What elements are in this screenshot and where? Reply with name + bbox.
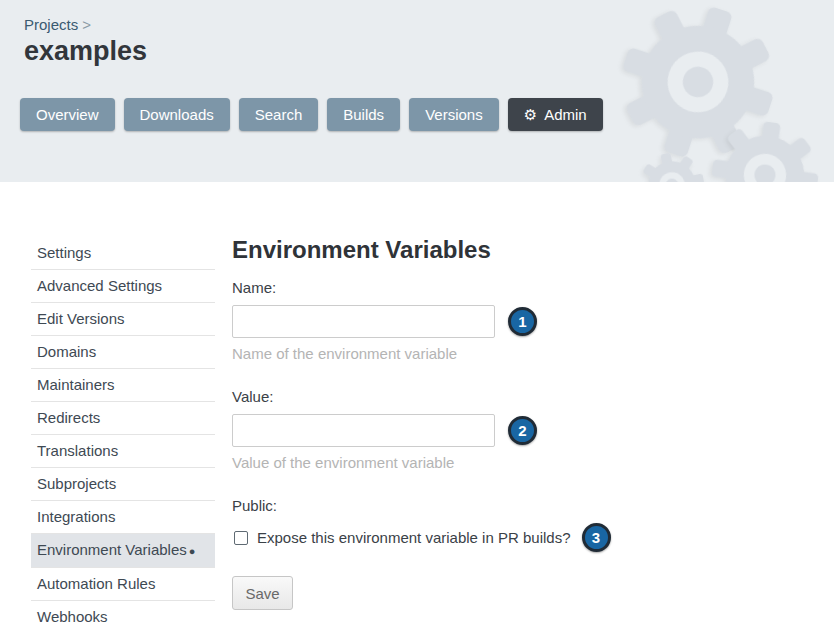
name-help-text: Name of the environment variable bbox=[232, 345, 611, 362]
env-variables-form: Environment Variables Name: 1 Name of th… bbox=[232, 237, 611, 610]
sidebar-item-translations[interactable]: Translations bbox=[31, 435, 215, 468]
tab-search[interactable]: Search bbox=[239, 98, 319, 131]
sidebar-item-integrations[interactable]: Integrations bbox=[31, 501, 215, 534]
admin-sidebar: Settings Advanced Settings Edit Versions… bbox=[31, 237, 215, 628]
breadcrumb-separator: > bbox=[82, 16, 91, 33]
public-checkbox-label: Expose this environment variable in PR b… bbox=[257, 529, 571, 546]
sidebar-item-advanced-settings[interactable]: Advanced Settings bbox=[31, 270, 215, 303]
page: Projects> examples Overview Downloads Se… bbox=[0, 0, 834, 628]
save-button[interactable]: Save bbox=[232, 576, 293, 610]
sidebar-item-domains[interactable]: Domains bbox=[31, 336, 215, 369]
project-tabs: Overview Downloads Search Builds Version… bbox=[20, 98, 603, 131]
sidebar-item-label: Subprojects bbox=[37, 475, 116, 492]
tab-downloads[interactable]: Downloads bbox=[124, 98, 230, 131]
sidebar-item-maintainers[interactable]: Maintainers bbox=[31, 369, 215, 402]
step-badge-3: 3 bbox=[582, 523, 611, 552]
page-title: examples bbox=[24, 36, 147, 67]
value-input[interactable] bbox=[232, 414, 495, 447]
gear-icon: ⚙ bbox=[524, 107, 537, 122]
sidebar-item-label: Translations bbox=[37, 442, 118, 459]
breadcrumb: Projects> bbox=[24, 16, 147, 33]
step-badge-1: 1 bbox=[508, 307, 537, 336]
sidebar-item-edit-versions[interactable]: Edit Versions bbox=[31, 303, 215, 336]
section-heading: Environment Variables bbox=[232, 237, 611, 263]
public-label: Public: bbox=[232, 497, 611, 514]
public-field: Public: Expose this environment variable… bbox=[232, 497, 611, 552]
sidebar-item-settings[interactable]: Settings bbox=[31, 237, 215, 270]
tab-admin-label: Admin bbox=[544, 106, 587, 123]
sidebar-item-label: Edit Versions bbox=[37, 310, 125, 327]
admin-content: Settings Advanced Settings Edit Versions… bbox=[0, 182, 834, 628]
name-field: Name: 1 Name of the environment variable bbox=[232, 279, 611, 362]
sidebar-item-label: Maintainers bbox=[37, 376, 115, 393]
breadcrumb-projects-link[interactable]: Projects bbox=[24, 16, 78, 33]
tab-builds[interactable]: Builds bbox=[327, 98, 400, 131]
sidebar-item-label: Advanced Settings bbox=[37, 277, 162, 294]
sidebar-item-label: Integrations bbox=[37, 508, 115, 525]
sidebar-item-redirects[interactable]: Redirects bbox=[31, 402, 215, 435]
sidebar-item-automation-rules[interactable]: Automation Rules bbox=[31, 568, 215, 601]
value-label: Value: bbox=[232, 388, 611, 405]
value-help-text: Value of the environment variable bbox=[232, 454, 611, 471]
tab-admin[interactable]: ⚙ Admin bbox=[508, 98, 603, 131]
name-input[interactable] bbox=[232, 305, 495, 338]
project-header: Projects> examples Overview Downloads Se… bbox=[0, 0, 834, 182]
sidebar-item-label: Redirects bbox=[37, 409, 100, 426]
active-item-bullet: ● bbox=[189, 545, 196, 557]
name-label: Name: bbox=[232, 279, 611, 296]
public-checkbox[interactable] bbox=[234, 531, 248, 545]
value-field: Value: 2 Value of the environment variab… bbox=[232, 388, 611, 471]
sidebar-item-label: Webhooks bbox=[37, 608, 108, 625]
sidebar-item-label: Automation Rules bbox=[37, 575, 155, 592]
sidebar-item-label: Domains bbox=[37, 343, 96, 360]
sidebar-item-environment-variables[interactable]: Environment Variables● bbox=[31, 534, 215, 568]
step-badge-2: 2 bbox=[508, 416, 537, 445]
sidebar-item-label: Environment Variables bbox=[37, 541, 187, 558]
tab-overview[interactable]: Overview bbox=[20, 98, 115, 131]
sidebar-item-webhooks[interactable]: Webhooks bbox=[31, 601, 215, 628]
tab-versions[interactable]: Versions bbox=[409, 98, 499, 131]
gear-decoration-medium bbox=[705, 115, 825, 182]
sidebar-item-label: Settings bbox=[37, 244, 91, 261]
sidebar-item-subprojects[interactable]: Subprojects bbox=[31, 468, 215, 501]
